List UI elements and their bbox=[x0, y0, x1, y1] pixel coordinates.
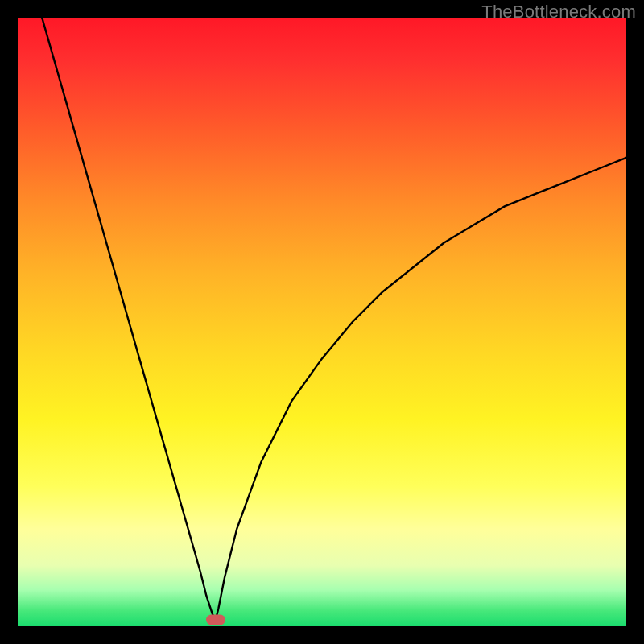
curve-svg bbox=[18, 18, 626, 626]
minimum-marker bbox=[206, 615, 225, 625]
curve-right bbox=[216, 158, 626, 621]
plot-area bbox=[18, 18, 626, 626]
outer-frame: TheBottleneck.com bbox=[0, 0, 644, 644]
curve-left bbox=[42, 18, 216, 620]
